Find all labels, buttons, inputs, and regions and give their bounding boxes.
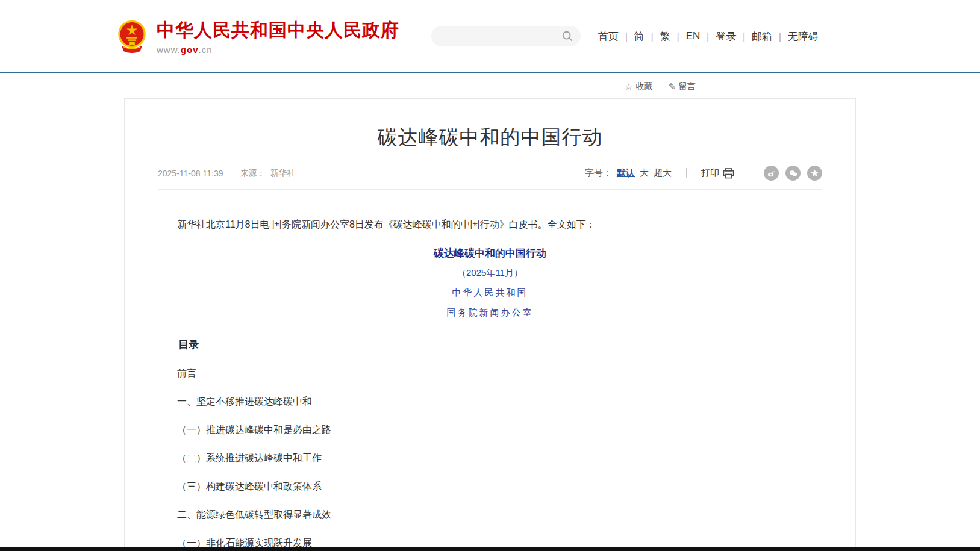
- nav-mail[interactable]: 邮箱: [745, 30, 779, 43]
- wechat-icon: [788, 169, 798, 178]
- toc-item: （二）系统推进碳达峰碳中和工作: [158, 452, 822, 464]
- print-label: 打印: [701, 167, 719, 179]
- nav-separator: |: [651, 31, 654, 42]
- source-value: 新华社: [270, 168, 295, 179]
- article-body: 新华社北京11月8日电 国务院新闻办公室8日发布《碳达峰碳中和的中国行动》白皮书…: [158, 219, 822, 549]
- whitepaper-date: （2025年11月）: [158, 267, 822, 279]
- search-icon[interactable]: [561, 30, 573, 42]
- whitepaper-org-line2: 国务院新闻办公室: [158, 307, 822, 319]
- nav-login[interactable]: 登录: [709, 30, 743, 43]
- share-weibo-button[interactable]: [764, 166, 779, 181]
- article-meta-row: 2025-11-08 11:39 来源： 新华社 字号： 默认 大 超大 打印: [158, 166, 822, 190]
- search-box[interactable]: [431, 26, 581, 46]
- lead-paragraph: 新华社北京11月8日电 国务院新闻办公室8日发布《碳达峰碳中和的中国行动》白皮书…: [158, 219, 822, 231]
- share-wechat-button[interactable]: [785, 166, 801, 181]
- whitepaper-org-line1: 中华人民共和国: [158, 287, 822, 299]
- nav-separator: |: [779, 31, 781, 42]
- toc-heading: 目录: [158, 338, 822, 351]
- print-button[interactable]: 打印: [701, 167, 734, 179]
- divider: [749, 168, 749, 178]
- toc-item: 前言: [158, 367, 822, 379]
- nav-separator: |: [677, 31, 679, 42]
- site-url-gov: gov: [181, 45, 199, 55]
- divider: [686, 168, 687, 178]
- nav-accessibility[interactable]: 无障碍: [781, 30, 825, 43]
- search-input[interactable]: [441, 31, 561, 41]
- window-bottom-edge: [0, 547, 980, 551]
- nav-separator: |: [707, 31, 709, 42]
- national-emblem-logo: [116, 19, 148, 54]
- nav-simplified[interactable]: 简: [628, 30, 651, 43]
- nav-traditional[interactable]: 繁: [654, 30, 677, 43]
- toc-item: （三）构建碳达峰碳中和政策体系: [158, 481, 822, 493]
- star-outline-icon: ☆: [625, 81, 632, 92]
- share-buttons: [764, 166, 822, 181]
- nav-separator: |: [743, 31, 745, 42]
- message-button[interactable]: ✎ 留言: [668, 81, 696, 92]
- font-size-label: 字号：: [585, 167, 612, 179]
- site-url-cn: .cn: [199, 45, 213, 55]
- weibo-icon: [767, 169, 776, 178]
- page-tools: ☆ 收藏 ✎ 留言: [0, 73, 980, 92]
- nav-separator: |: [625, 31, 628, 42]
- site-title: 中华人民共和国中央人民政府: [157, 18, 399, 43]
- star-badge-icon: [810, 169, 819, 178]
- article-container: 碳达峰碳中和的中国行动 2025-11-08 11:39 来源： 新华社 字号：…: [124, 98, 856, 550]
- toc-item: 二、能源绿色低碳转型取得显著成效: [158, 509, 822, 521]
- source-label: 来源：: [240, 168, 265, 179]
- favorite-label: 收藏: [635, 81, 652, 92]
- favorite-button[interactable]: ☆ 收藏: [625, 81, 652, 92]
- whitepaper-title: 碳达峰碳中和的中国行动: [158, 247, 822, 260]
- toc-item: （一）推进碳达峰碳中和是必由之路: [158, 424, 822, 436]
- message-label: 留言: [679, 81, 696, 92]
- font-size-large[interactable]: 大: [640, 167, 649, 179]
- font-size-default[interactable]: 默认: [617, 167, 635, 179]
- nav-home[interactable]: 首页: [591, 30, 625, 43]
- publish-date: 2025-11-08 11:39: [158, 169, 223, 178]
- site-header: 中华人民共和国中央人民政府 www.gov.cn 首页 | 简 | 繁 | EN…: [0, 0, 980, 72]
- share-qzone-button[interactable]: [807, 166, 822, 181]
- font-size-xlarge[interactable]: 超大: [654, 167, 672, 179]
- top-nav: 首页 | 简 | 繁 | EN | 登录 | 邮箱 | 无障碍: [591, 30, 825, 43]
- site-url-www: www.: [157, 45, 181, 55]
- site-brand[interactable]: 中华人民共和国中央人民政府 www.gov.cn: [116, 18, 399, 55]
- printer-icon: [723, 168, 734, 179]
- site-url: www.gov.cn: [157, 45, 399, 55]
- page-title: 碳达峰碳中和的中国行动: [158, 124, 822, 151]
- nav-english[interactable]: EN: [679, 30, 707, 42]
- toc-item: 一、坚定不移推进碳达峰碳中和: [158, 396, 822, 408]
- pencil-icon: ✎: [668, 81, 676, 92]
